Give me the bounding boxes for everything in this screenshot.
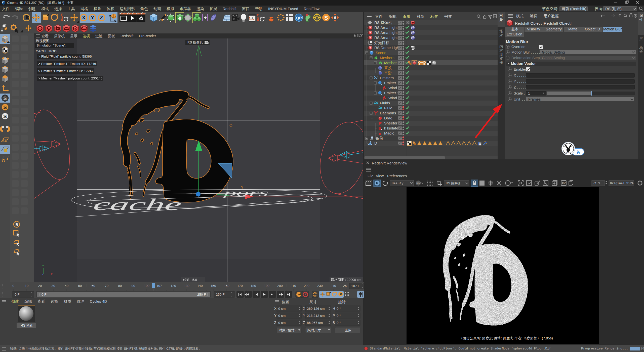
svg-text:Y: Y — [91, 15, 94, 20]
svg-text:X: X — [82, 15, 86, 20]
svg-text:pors: pors — [221, 188, 269, 198]
svg-text:Z: Z — [274, 321, 276, 325]
svg-text:Motion Blur . . . . . .: Motion Blur . . . . . . — [511, 50, 542, 54]
svg-text:> Emitter "Emitter.1" Emitter: > Emitter "Emitter.1" Emitter ID: 17246 — [38, 62, 96, 66]
svg-text:Z: Z — [100, 15, 103, 20]
svg-text:灯光目标: 灯光目标 — [374, 40, 389, 45]
svg-text:> Fluid "Fluid" particle count: > Fluid "Fluid" particle count: 58366 — [38, 55, 92, 58]
svg-text:0 °: 0 ° — [337, 314, 341, 318]
svg-text:RS Area Light: RS Area Light — [374, 35, 398, 40]
svg-text:模式: 模式 — [516, 14, 524, 18]
svg-text:Scale . .: Scale . . — [514, 91, 527, 95]
svg-text:Visibility: Visibility — [527, 27, 540, 31]
svg-text:170: 170 — [237, 284, 243, 288]
svg-text:. .: . . — [522, 97, 525, 101]
svg-text:Scene: Scene — [376, 51, 386, 55]
svg-text:文件: 文件 — [375, 14, 383, 19]
svg-text:View: View — [376, 174, 384, 178]
svg-text:120: 120 — [171, 284, 176, 288]
svg-text:130: 130 — [184, 284, 189, 288]
svg-text:Magic: Magic — [384, 131, 394, 135]
svg-text:旋转: 旋转 — [338, 300, 346, 304]
svg-text:对象: 对象 — [417, 14, 424, 19]
svg-text:P: P — [340, 292, 342, 296]
svg-text:S: S — [324, 15, 328, 21]
svg-text:Mesher: Mesher — [384, 61, 397, 65]
svg-text:25: 25 — [343, 284, 347, 288]
svg-text:100: 100 — [144, 284, 149, 288]
svg-text:70: 70 — [105, 284, 108, 288]
svg-text:X . . . . .: X . . . . . — [514, 73, 526, 77]
svg-text:Exclusion: Exclusion — [507, 32, 522, 36]
svg-text:D: D — [374, 141, 377, 145]
svg-text:40: 40 — [65, 284, 68, 288]
svg-text:Wind: Wind — [388, 96, 397, 100]
svg-text:230: 230 — [317, 284, 323, 288]
svg-text:Preferences: Preferences — [387, 174, 407, 178]
svg-text:RS 摄像机: RS 摄像机 — [374, 20, 392, 25]
svg-text:Z: Z — [303, 321, 305, 325]
svg-text:Unit: Unit — [514, 97, 520, 101]
svg-text:尺寸: 尺寸 — [309, 300, 317, 304]
svg-text:Y: Y — [303, 314, 305, 318]
svg-text:Object ID: Object ID — [585, 27, 600, 31]
svg-text:Motion Blur: Motion Blur — [506, 40, 528, 44]
svg-text:File: File — [368, 174, 373, 178]
svg-text:0 °: 0 ° — [337, 307, 341, 311]
svg-text:英: 英 — [576, 150, 580, 154]
svg-text:书签: 书签 — [444, 14, 452, 19]
svg-text:210: 210 — [291, 284, 296, 288]
svg-text:0 cm: 0 cm — [278, 321, 286, 325]
svg-text:查看: 查看 — [403, 14, 410, 19]
svg-text:位置: 位置 — [281, 300, 289, 304]
svg-text:透视视图: 透视视图 — [36, 39, 49, 43]
svg-text:0 °: 0 ° — [337, 321, 341, 325]
svg-text:R: R — [257, 19, 259, 22]
svg-text:269.126 cm: 269.126 cm — [307, 307, 325, 311]
svg-text:CACHE MODE: CACHE MODE — [36, 49, 59, 53]
svg-text:Matte: Matte — [568, 27, 577, 31]
svg-text:Z . . . . .: Z . . . . . — [514, 85, 526, 89]
svg-text:0 cm: 0 cm — [278, 307, 286, 311]
svg-text:Y . . . . .: Y . . . . . — [514, 79, 526, 83]
svg-text:0 F: 0 F — [15, 293, 20, 296]
svg-text:> Mesher "Mesher" polygon coun: > Mesher "Mesher" polygon count: 230140 — [38, 76, 102, 80]
svg-text:Emitter: Emitter — [384, 81, 396, 85]
svg-text:Original Size: Original Size — [610, 182, 634, 185]
svg-text:RS Area Light.2: RS Area Light.2 — [374, 25, 401, 30]
svg-text:Deformation Steps: Deformation Steps — [511, 56, 542, 60]
svg-text:标签: 标签 — [430, 14, 438, 19]
svg-text:S: S — [3, 113, 7, 119]
svg-text:Frames: Frames — [528, 97, 541, 101]
svg-text:平滑: 平滑 — [384, 71, 392, 75]
svg-text:G: G — [500, 184, 501, 186]
svg-text:0 F: 0 F — [42, 293, 47, 296]
svg-text:Fluids: Fluids — [380, 101, 390, 105]
svg-text:Emitter.1: Emitter.1 — [384, 91, 399, 95]
svg-text:107 F: 107 F — [351, 284, 360, 288]
svg-text:140: 140 — [197, 284, 203, 288]
svg-text:Motion Vector: Motion Vector — [511, 61, 536, 66]
svg-text:Y: Y — [42, 264, 44, 268]
svg-text:50: 50 — [78, 284, 82, 288]
svg-text:备份: 备份 — [376, 136, 383, 140]
svg-text:218.212 cm: 218.212 cm — [307, 314, 325, 318]
svg-text:240: 240 — [331, 284, 336, 288]
svg-text:Daemons: Daemons — [380, 111, 396, 115]
svg-text:220: 220 — [304, 284, 309, 288]
svg-text:X: X — [51, 273, 53, 276]
svg-text:160: 160 — [224, 284, 229, 288]
svg-text:〈微信公众号: 野鹿志 微博: 野鹿志 作者: 马鹿野郎: 〈微信公众号: 野鹿志 微博: 野鹿志 作者: 马鹿野郎〉 (7.05s) — [459, 336, 553, 340]
svg-text:P: P — [333, 314, 335, 318]
svg-text:RS Area Light.1: RS Area Light.1 — [374, 30, 401, 35]
svg-text:Drag: Drag — [384, 116, 392, 120]
svg-text:0 cm: 0 cm — [278, 314, 286, 318]
svg-text:250 F: 250 F — [197, 293, 206, 296]
svg-text:60: 60 — [92, 284, 95, 288]
svg-text:RGB: RGB — [416, 182, 422, 185]
svg-text:绝对尺寸: 绝对尺寸 — [307, 328, 321, 332]
svg-text:10: 10 — [25, 284, 28, 288]
svg-text:250 F: 250 F — [216, 293, 225, 296]
svg-text:Meshers: Meshers — [380, 56, 394, 60]
svg-text:20: 20 — [38, 284, 42, 288]
